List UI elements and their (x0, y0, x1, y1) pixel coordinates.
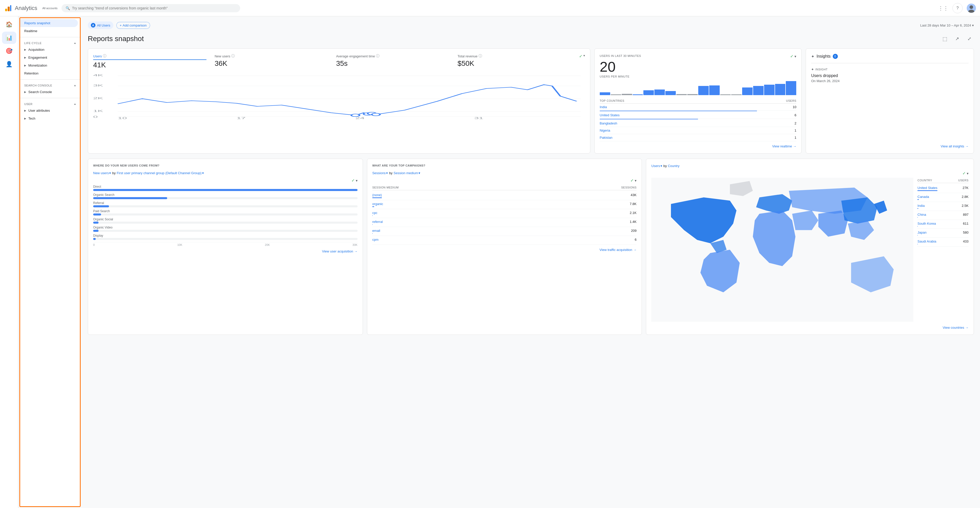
realtime-label: USERS PER MINUTE (600, 75, 797, 78)
add-comparison-button[interactable]: + Add comparison (116, 22, 150, 29)
hbar-organic-video: Organic Video (93, 226, 358, 232)
insight-content: ✦ INSIGHT Users dropped On March 26, 202… (811, 63, 969, 83)
insight-label-row: ✦ INSIGHT (811, 67, 969, 71)
search-input[interactable] (72, 6, 236, 10)
accounts-label: All accounts (42, 6, 57, 10)
insights-title: Insights (816, 54, 830, 59)
all-users-icon: A (91, 23, 95, 27)
content-filter-bar: A All Users + Add comparison Last 28 day… (88, 21, 974, 29)
insights-star-icon: ✦ (811, 54, 815, 59)
rail-home[interactable]: 🏠 (2, 18, 16, 30)
new-users-dropdown[interactable]: ▾ (356, 178, 358, 183)
new-users-dimension-selector[interactable]: First user primary channel group (Defaul… (117, 171, 204, 175)
hbar-axis: 0 10K 20K 30K (93, 242, 358, 246)
campaigns-metric-selector[interactable]: Sessions ▾ (372, 171, 388, 175)
sidebar-item-monetization[interactable]: ▶ Monetization (20, 62, 78, 69)
campaigns-dimension-selector[interactable]: Session medium ▾ (393, 171, 420, 175)
svg-text:2K: 2K (93, 97, 103, 100)
country-row-india: India 10 (600, 103, 797, 111)
sidebar-item-retention[interactable]: Retention (20, 69, 78, 77)
metric-total-revenue: Total revenue ⓘ $50K (458, 54, 571, 69)
country-row-nigeria: Nigeria 1 (600, 127, 797, 134)
save-report-icon[interactable]: ⬚ (940, 34, 950, 43)
realtime-bar (742, 87, 752, 95)
sidebar-item-engagement[interactable]: ▶ Engagement (20, 54, 78, 62)
country-south-korea: South Korea 611 (918, 220, 969, 229)
map-dimension-selector[interactable]: Country (668, 164, 679, 168)
sidebar-item-reports-snapshot[interactable]: Reports snapshot (20, 19, 78, 27)
help-icon[interactable]: ? (953, 3, 963, 13)
svg-rect-2 (8, 6, 10, 11)
sidebar-main-section: Reports snapshot Realtime (20, 18, 80, 36)
rail-reports[interactable]: 📊 (2, 32, 16, 44)
insights-card: ✦ Insights 0 ✦ INSIGHT Users dropped On … (806, 48, 974, 154)
share-icon[interactable]: ↗ (953, 34, 962, 43)
campaigns-dropdown[interactable]: ▾ (635, 178, 636, 183)
view-traffic-acquisition-link[interactable]: View traffic acquisition → (372, 248, 637, 252)
campaign-row-email: email 209 (372, 227, 637, 236)
realtime-bar (687, 94, 698, 95)
tech-arrow: ▶ (24, 117, 26, 120)
realtime-header: USERS IN LAST 30 MINUTES ✓ ▾ (600, 54, 797, 59)
rail-explore[interactable]: 🎯 (2, 45, 16, 57)
main-content: A All Users + Add comparison Last 28 day… (82, 16, 980, 508)
map-metric-selector[interactable]: Users ▾ (651, 164, 662, 168)
organic-bar (372, 206, 374, 207)
realtime-bar (709, 86, 720, 95)
view-traffic-arrow: → (633, 248, 636, 252)
add-icon: + (120, 24, 122, 27)
us-bar (600, 119, 698, 119)
search-bar[interactable]: 🔍 (62, 4, 240, 12)
metrics-chevron[interactable]: ▾ (584, 54, 585, 57)
svg-text:0: 0 (93, 116, 98, 118)
hbar-paid-search: Paid Search (93, 210, 358, 216)
svg-text:3K: 3K (93, 84, 103, 87)
country-row-pakistan: Pakistan 1 (600, 134, 797, 141)
countries-table-header: TOP COUNTRIES USERS (600, 98, 797, 103)
sidebar-item-tech[interactable]: ▶ Tech (20, 114, 78, 122)
sidebar-item-realtime[interactable]: Realtime (20, 27, 78, 35)
user-title: User (24, 103, 33, 106)
grid-icon[interactable]: ⋮⋮ (938, 3, 948, 13)
campaigns-selector-row: Sessions ▾ by Session medium ▾ (372, 171, 637, 175)
realtime-status-icon: ✓ (790, 54, 794, 59)
acquisition-arrow: ▶ (24, 48, 26, 51)
map-dropdown[interactable]: ▾ (967, 171, 969, 175)
lifecycle-title: Life cycle (24, 41, 41, 44)
campaigns-by-label: by (389, 171, 393, 175)
total-revenue-info-icon[interactable]: ⓘ (479, 54, 482, 59)
map-container: COUNTRY USERS United States 27K (651, 178, 969, 322)
avg-engagement-info-icon[interactable]: ⓘ (376, 54, 380, 59)
insights-title-row: ✦ Insights 0 (811, 54, 969, 59)
view-countries-link[interactable]: View countries → (651, 325, 969, 330)
realtime-bar (786, 81, 796, 95)
campaigns-title: WHAT ARE YOUR TOP CAMPAIGNS? (372, 164, 637, 167)
view-user-acquisition-link[interactable]: View user acquisition → (93, 249, 358, 253)
new-users-metric-selector[interactable]: New users ▾ (93, 171, 111, 175)
search-console-arrow: ▶ (24, 90, 26, 93)
avatar[interactable] (967, 3, 976, 13)
expand-icon[interactable]: ⤢ (965, 34, 974, 43)
view-realtime-link[interactable]: View realtime → (600, 144, 797, 148)
realtime-chevron[interactable]: ▾ (794, 54, 796, 59)
view-all-insights-link[interactable]: View all insights → (811, 144, 969, 148)
user-attributes-arrow: ▶ (24, 109, 26, 112)
filter-label: All Users (97, 24, 110, 27)
all-users-filter[interactable]: A All Users (88, 21, 113, 29)
sidebar-item-user-attributes[interactable]: ▶ User attributes (20, 106, 78, 114)
acquisition-label: Acquisition (28, 48, 45, 51)
page-title: Reports snapshot (88, 35, 144, 43)
filter-bar: A All Users + Add comparison (88, 21, 920, 29)
metric-users-label: Users ⓘ (93, 54, 207, 60)
date-range-selector[interactable]: Last 28 days Mar 10 – Apr 6, 2024 ▾ (920, 24, 974, 27)
analytics-logo-icon (4, 4, 12, 12)
view-countries-arrow: → (965, 325, 969, 330)
rail-advertising[interactable]: 👤 (2, 58, 16, 70)
engagement-label: Engagement (28, 56, 47, 59)
campaign-row-referral: referral 1.4K (372, 218, 637, 227)
new-users-info-icon[interactable]: ⓘ (231, 54, 235, 59)
users-info-icon[interactable]: ⓘ (103, 54, 107, 59)
sidebar-item-acquisition[interactable]: ▶ Acquisition (20, 46, 78, 54)
country-row-us: United States 6 (600, 112, 797, 119)
sidebar-item-search-console[interactable]: ▶ Search Console (20, 88, 78, 96)
